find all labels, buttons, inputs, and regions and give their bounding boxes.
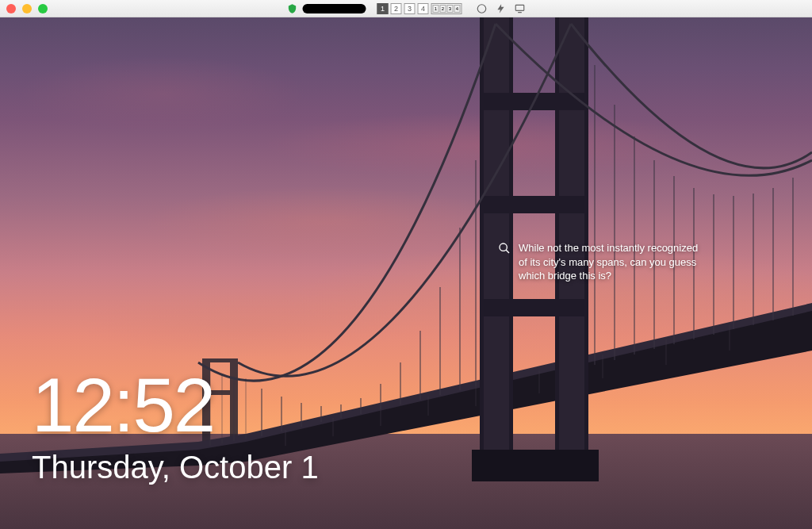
svg-rect-21	[559, 17, 584, 454]
workspace-1[interactable]: 1	[377, 3, 389, 14]
clock-date: Thursday, October 1	[32, 450, 319, 485]
svg-rect-24	[480, 299, 588, 316]
workspace-4[interactable]: 4	[418, 3, 429, 14]
traffic-lights	[6, 4, 48, 13]
workspace-3[interactable]: 3	[404, 3, 416, 14]
display-icon[interactable]	[515, 3, 526, 14]
maximize-window-button[interactable]	[38, 4, 48, 13]
workspace-overview[interactable]: 1 2 3 4	[431, 3, 462, 14]
svg-point-53	[500, 243, 507, 251]
svg-point-0	[477, 4, 486, 13]
mac-titlebar: 1 2 3 4 1 2 3 4	[0, 0, 812, 17]
workspace-switcher: 1 2 3 4 1 2 3 4	[377, 3, 462, 14]
titlebar-center: 1 2 3 4 1 2 3 4	[287, 0, 526, 17]
lightning-icon[interactable]	[496, 3, 507, 14]
shield-icon	[287, 3, 298, 14]
datetime-display: 12:52 Thursday, October 1	[32, 367, 319, 485]
svg-rect-19	[484, 17, 509, 462]
titlebar-tray-icons	[477, 3, 526, 14]
search-icon	[498, 242, 511, 255]
windows-lockscreen[interactable]: 12:52 Thursday, October 1 While not the …	[0, 17, 812, 529]
workspace-2[interactable]: 2	[391, 3, 402, 14]
svg-rect-23	[480, 196, 588, 213]
svg-rect-25	[472, 450, 599, 481]
spotlight-hint[interactable]: While not the most instantly recognized …	[498, 241, 704, 283]
spotlight-text: While not the most instantly recognized …	[519, 241, 704, 283]
svg-line-54	[506, 250, 509, 253]
chat-icon[interactable]	[477, 3, 488, 14]
clock-time: 12:52	[32, 367, 319, 443]
close-window-button[interactable]	[6, 4, 16, 13]
svg-rect-1	[515, 5, 524, 10]
minimize-window-button[interactable]	[22, 4, 32, 13]
redacted-title	[303, 4, 366, 13]
